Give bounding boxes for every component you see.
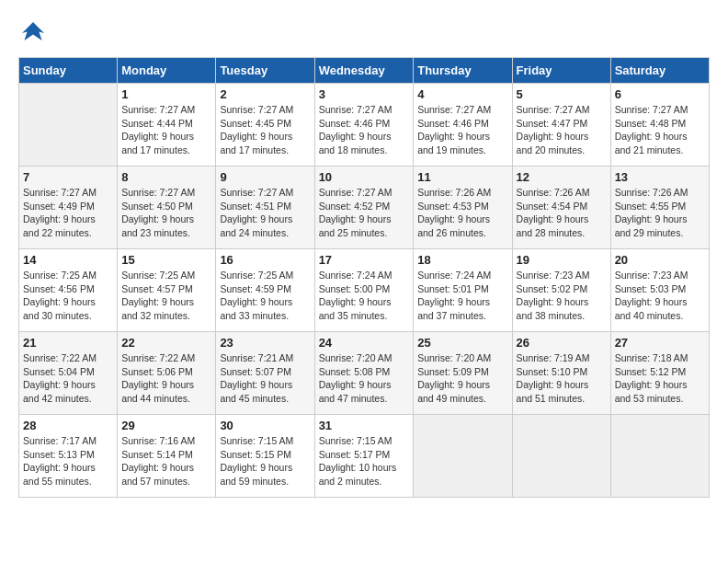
day-number: 26 — [517, 336, 607, 350]
calendar-cell: 7Sunrise: 7:27 AMSunset: 4:49 PMDaylight… — [19, 167, 118, 249]
calendar-cell: 5Sunrise: 7:27 AMSunset: 4:47 PMDaylight… — [512, 84, 610, 167]
day-info: Sunrise: 7:22 AMSunset: 5:04 PMDaylight:… — [23, 351, 113, 406]
day-number: 15 — [121, 253, 211, 267]
calendar-cell: 6Sunrise: 7:27 AMSunset: 4:48 PMDaylight… — [610, 84, 709, 167]
svg-marker-0 — [22, 22, 44, 40]
day-number: 12 — [517, 170, 607, 184]
day-number: 13 — [615, 170, 705, 184]
day-number: 22 — [121, 336, 211, 350]
day-info: Sunrise: 7:15 AMSunset: 5:17 PMDaylight:… — [319, 434, 410, 488]
calendar-week-2: 7Sunrise: 7:27 AMSunset: 4:49 PMDaylight… — [19, 167, 710, 249]
day-info: Sunrise: 7:20 AMSunset: 5:08 PMDaylight:… — [319, 351, 410, 406]
calendar-cell: 21Sunrise: 7:22 AMSunset: 5:04 PMDayligh… — [19, 332, 118, 415]
day-number: 6 — [615, 87, 705, 101]
calendar-header-row: SundayMondayTuesdayWednesdayThursdayFrid… — [19, 58, 710, 84]
calendar-cell: 26Sunrise: 7:19 AMSunset: 5:10 PMDayligh… — [512, 332, 610, 415]
calendar-cell — [512, 415, 610, 498]
day-info: Sunrise: 7:27 AMSunset: 4:44 PMDaylight:… — [121, 103, 211, 157]
day-info: Sunrise: 7:24 AMSunset: 5:00 PMDaylight:… — [319, 269, 410, 323]
day-number: 10 — [319, 170, 410, 184]
column-header-thursday: Thursday — [414, 58, 512, 84]
day-number: 17 — [319, 253, 410, 267]
calendar-cell: 17Sunrise: 7:24 AMSunset: 5:00 PMDayligh… — [314, 249, 414, 332]
day-info: Sunrise: 7:27 AMSunset: 4:51 PMDaylight:… — [220, 186, 310, 240]
day-number: 18 — [417, 253, 507, 267]
calendar-cell: 8Sunrise: 7:27 AMSunset: 4:50 PMDaylight… — [118, 167, 216, 249]
day-info: Sunrise: 7:15 AMSunset: 5:15 PMDaylight:… — [220, 434, 310, 488]
day-number: 21 — [23, 336, 113, 350]
calendar-cell: 18Sunrise: 7:24 AMSunset: 5:01 PMDayligh… — [414, 249, 512, 332]
logo — [18, 18, 53, 48]
calendar-cell: 14Sunrise: 7:25 AMSunset: 4:56 PMDayligh… — [19, 249, 118, 332]
day-number: 31 — [319, 419, 410, 432]
day-number: 19 — [517, 253, 607, 267]
calendar-cell: 9Sunrise: 7:27 AMSunset: 4:51 PMDaylight… — [216, 167, 314, 249]
day-number: 1 — [121, 87, 211, 101]
day-number: 30 — [220, 419, 310, 432]
day-info: Sunrise: 7:23 AMSunset: 5:03 PMDaylight:… — [615, 269, 705, 323]
calendar-cell: 16Sunrise: 7:25 AMSunset: 4:59 PMDayligh… — [216, 249, 314, 332]
calendar-cell: 10Sunrise: 7:27 AMSunset: 4:52 PMDayligh… — [314, 167, 414, 249]
day-info: Sunrise: 7:27 AMSunset: 4:47 PMDaylight:… — [517, 103, 607, 157]
calendar-cell: 1Sunrise: 7:27 AMSunset: 4:44 PMDaylight… — [118, 84, 216, 167]
day-info: Sunrise: 7:27 AMSunset: 4:49 PMDaylight:… — [23, 186, 113, 240]
calendar-cell — [610, 415, 709, 498]
calendar-cell — [414, 415, 512, 498]
calendar-cell: 11Sunrise: 7:26 AMSunset: 4:53 PMDayligh… — [414, 167, 512, 249]
calendar-cell: 23Sunrise: 7:21 AMSunset: 5:07 PMDayligh… — [216, 332, 314, 415]
day-info: Sunrise: 7:26 AMSunset: 4:55 PMDaylight:… — [615, 186, 705, 240]
day-number: 23 — [220, 336, 310, 350]
day-number: 28 — [23, 419, 113, 432]
day-info: Sunrise: 7:16 AMSunset: 5:14 PMDaylight:… — [121, 434, 211, 488]
day-info: Sunrise: 7:22 AMSunset: 5:06 PMDaylight:… — [121, 351, 211, 406]
calendar-cell: 31Sunrise: 7:15 AMSunset: 5:17 PMDayligh… — [314, 415, 414, 498]
day-info: Sunrise: 7:25 AMSunset: 4:59 PMDaylight:… — [220, 269, 310, 323]
day-info: Sunrise: 7:21 AMSunset: 5:07 PMDaylight:… — [220, 351, 310, 406]
day-info: Sunrise: 7:26 AMSunset: 4:54 PMDaylight:… — [517, 186, 607, 240]
page-header — [18, 18, 710, 48]
calendar-cell: 27Sunrise: 7:18 AMSunset: 5:12 PMDayligh… — [610, 332, 709, 415]
day-number: 2 — [220, 87, 310, 101]
calendar-cell: 20Sunrise: 7:23 AMSunset: 5:03 PMDayligh… — [610, 249, 709, 332]
calendar-cell: 13Sunrise: 7:26 AMSunset: 4:55 PMDayligh… — [610, 167, 709, 249]
day-info: Sunrise: 7:25 AMSunset: 4:57 PMDaylight:… — [121, 269, 211, 323]
day-info: Sunrise: 7:23 AMSunset: 5:02 PMDaylight:… — [517, 269, 607, 323]
day-number: 25 — [417, 336, 507, 350]
calendar-week-1: 1Sunrise: 7:27 AMSunset: 4:44 PMDaylight… — [19, 84, 710, 167]
day-info: Sunrise: 7:26 AMSunset: 4:53 PMDaylight:… — [417, 186, 507, 240]
calendar-cell: 22Sunrise: 7:22 AMSunset: 5:06 PMDayligh… — [118, 332, 216, 415]
day-number: 16 — [220, 253, 310, 267]
calendar-cell: 24Sunrise: 7:20 AMSunset: 5:08 PMDayligh… — [314, 332, 414, 415]
day-info: Sunrise: 7:27 AMSunset: 4:46 PMDaylight:… — [319, 103, 410, 157]
day-number: 7 — [23, 170, 113, 184]
day-number: 29 — [121, 419, 211, 432]
calendar-cell: 4Sunrise: 7:27 AMSunset: 4:46 PMDaylight… — [414, 84, 512, 167]
day-number: 24 — [319, 336, 410, 350]
day-info: Sunrise: 7:20 AMSunset: 5:09 PMDaylight:… — [417, 351, 507, 406]
day-info: Sunrise: 7:17 AMSunset: 5:13 PMDaylight:… — [23, 434, 113, 488]
day-info: Sunrise: 7:27 AMSunset: 4:46 PMDaylight:… — [417, 103, 507, 157]
calendar-week-3: 14Sunrise: 7:25 AMSunset: 4:56 PMDayligh… — [19, 249, 710, 332]
calendar-cell: 29Sunrise: 7:16 AMSunset: 5:14 PMDayligh… — [118, 415, 216, 498]
day-number: 11 — [417, 170, 507, 184]
day-number: 4 — [417, 87, 507, 101]
day-number: 9 — [220, 170, 310, 184]
calendar-cell: 28Sunrise: 7:17 AMSunset: 5:13 PMDayligh… — [19, 415, 118, 498]
calendar-week-5: 28Sunrise: 7:17 AMSunset: 5:13 PMDayligh… — [19, 415, 710, 498]
day-number: 8 — [121, 170, 211, 184]
day-number: 14 — [23, 253, 113, 267]
calendar-cell: 19Sunrise: 7:23 AMSunset: 5:02 PMDayligh… — [512, 249, 610, 332]
day-info: Sunrise: 7:27 AMSunset: 4:50 PMDaylight:… — [121, 186, 211, 240]
day-number: 5 — [517, 87, 607, 101]
day-info: Sunrise: 7:18 AMSunset: 5:12 PMDaylight:… — [615, 351, 705, 406]
day-info: Sunrise: 7:19 AMSunset: 5:10 PMDaylight:… — [517, 351, 607, 406]
calendar-week-4: 21Sunrise: 7:22 AMSunset: 5:04 PMDayligh… — [19, 332, 710, 415]
day-number: 20 — [615, 253, 705, 267]
column-header-monday: Monday — [118, 58, 216, 84]
calendar-cell: 3Sunrise: 7:27 AMSunset: 4:46 PMDaylight… — [314, 84, 414, 167]
day-number: 3 — [319, 87, 410, 101]
calendar-cell: 2Sunrise: 7:27 AMSunset: 4:45 PMDaylight… — [216, 84, 314, 167]
column-header-wednesday: Wednesday — [314, 58, 414, 84]
day-number: 27 — [615, 336, 705, 350]
day-info: Sunrise: 7:27 AMSunset: 4:48 PMDaylight:… — [615, 103, 705, 157]
